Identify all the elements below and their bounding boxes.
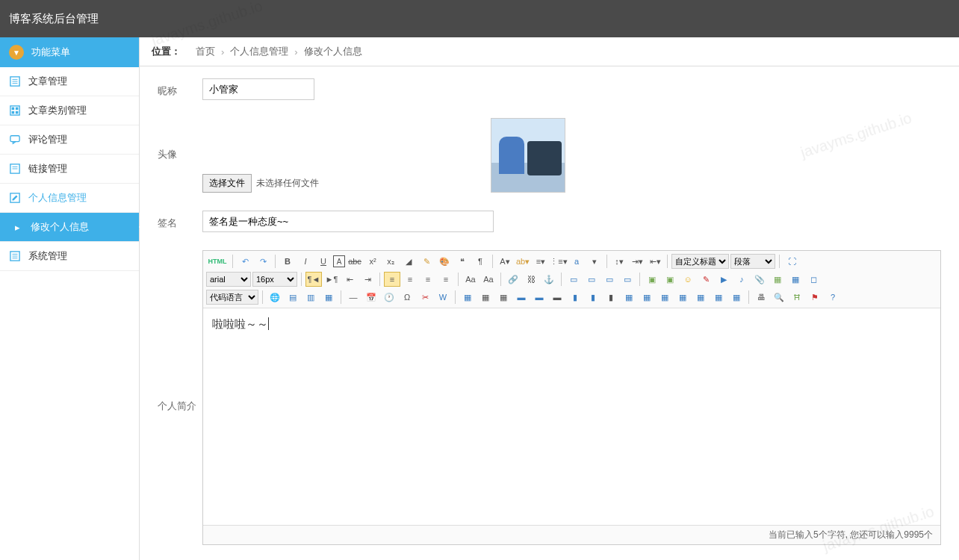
nickname-input[interactable] [202, 78, 314, 100]
image-center-icon[interactable]: ▭ [619, 272, 636, 287]
breadcrumb-home[interactable]: 首页 [196, 45, 215, 58]
quote-icon[interactable]: ❝ [454, 254, 471, 269]
image-left-icon[interactable]: ▭ [565, 272, 582, 287]
strikethrough-icon[interactable]: abc [347, 254, 363, 269]
editor-content[interactable]: 啦啦啦～～ [203, 308, 940, 525]
table-props-icon[interactable]: ▦ [495, 290, 512, 305]
image-none-icon[interactable]: ▭ [601, 272, 618, 287]
split-cols-icon[interactable]: ▦ [710, 290, 727, 305]
sidebar-item-comments[interactable]: 评论管理 [0, 125, 139, 155]
snapscreen-icon[interactable]: ✂ [417, 290, 433, 305]
redo-icon[interactable]: ↷ [255, 254, 271, 269]
help-icon[interactable]: ? [825, 290, 841, 305]
sidebar-item-profile[interactable]: 个人信息管理 [0, 184, 139, 213]
unlink-icon[interactable]: ⛓ [523, 272, 539, 287]
sidebar-item-categories[interactable]: 文章类别管理 [0, 96, 139, 125]
row-after-icon[interactable]: ▬ [531, 290, 547, 305]
code-lang-select[interactable]: 代码语言 [206, 290, 258, 305]
format-brush-icon[interactable]: ✎ [418, 254, 435, 269]
ordered-list-icon[interactable]: ≡▾ [533, 254, 549, 269]
chart-icon[interactable]: ▦ [728, 290, 745, 305]
word-icon[interactable]: W [435, 290, 451, 305]
outdent-button-icon[interactable]: ⇤ [341, 272, 358, 287]
hr-icon[interactable]: — [345, 290, 361, 305]
font-color-icon[interactable]: A▾ [497, 254, 513, 269]
eraser-icon[interactable]: ◢ [400, 254, 417, 269]
align-center-icon[interactable]: ≡ [402, 272, 418, 287]
heading-select[interactable]: 自定义标题 [671, 254, 729, 269]
table-icon[interactable]: ▦ [459, 290, 476, 305]
paragraph-select[interactable]: 段落 [730, 254, 775, 269]
sidebar-item-articles[interactable]: 文章管理 [0, 67, 139, 96]
map-icon[interactable]: ▦ [769, 272, 786, 287]
unordered-list-icon[interactable]: ⋮≡▾ [550, 254, 567, 269]
flag-icon[interactable]: ⚑ [807, 290, 823, 305]
uppercase-icon[interactable]: Aa [462, 272, 479, 287]
col-before-icon[interactable]: ▮ [567, 290, 583, 305]
palette-icon[interactable]: 🎨 [436, 254, 453, 269]
font-size-select[interactable]: 16px [252, 272, 297, 287]
music-icon[interactable]: ♪ [733, 272, 750, 287]
outdent-icon[interactable]: ⇤▾ [647, 254, 663, 269]
lowercase-icon[interactable]: Aa [480, 272, 497, 287]
subscript-icon[interactable]: x₂ [382, 254, 399, 269]
insert-multi-image-icon[interactable]: ▣ [662, 272, 678, 287]
rtl-icon[interactable]: ►¶ [323, 272, 340, 287]
sidebar-item-links[interactable]: 链接管理 [0, 155, 139, 184]
date-icon[interactable]: 📅 [363, 290, 379, 305]
emoji-icon[interactable]: ☺ [680, 272, 696, 287]
special-char-icon[interactable]: Ω [399, 290, 415, 305]
menu-header[interactable]: ▼ 功能菜单 [0, 37, 139, 67]
table-delete-icon[interactable]: ▦ [477, 290, 494, 305]
sidebar-subitem-edit-profile[interactable]: 修改个人信息 [0, 213, 139, 242]
superscript-icon[interactable]: x² [364, 254, 381, 269]
bg-color-icon[interactable]: ab▾ [515, 254, 531, 269]
scrawl-icon[interactable]: ✎ [698, 272, 714, 287]
align-right-icon[interactable]: ≡ [420, 272, 436, 287]
insert-image-icon[interactable]: ▣ [644, 272, 660, 287]
font-border-icon[interactable]: A [333, 255, 345, 267]
gmap-icon[interactable]: ▦ [787, 272, 804, 287]
indent-button-icon[interactable]: ⇥ [359, 272, 376, 287]
search-replace-icon[interactable]: Ħ [789, 290, 805, 305]
underline-icon[interactable]: U [315, 254, 332, 269]
row-delete-icon[interactable]: ▬ [549, 290, 565, 305]
select-all-icon[interactable]: a [568, 254, 585, 269]
merge-cells-icon[interactable]: ▦ [621, 290, 637, 305]
template-icon[interactable]: ▤ [285, 290, 301, 305]
background-icon[interactable]: ▥ [302, 290, 319, 305]
snapshot-icon[interactable]: ▦ [320, 290, 337, 305]
font-family-select[interactable]: arial [206, 272, 251, 287]
col-delete-icon[interactable]: ▮ [603, 290, 619, 305]
split-rows-icon[interactable]: ▦ [692, 290, 709, 305]
print-icon[interactable]: 🖶 [753, 290, 769, 305]
pilcrow-icon[interactable]: ¶ [472, 254, 488, 269]
anchor-icon[interactable]: ⚓ [541, 272, 557, 287]
merge-right-icon[interactable]: ▦ [639, 290, 655, 305]
split-cells-icon[interactable]: ▦ [674, 290, 691, 305]
line-height-icon[interactable]: ↕▾ [611, 254, 627, 269]
image-right-icon[interactable]: ▭ [583, 272, 600, 287]
fullscreen-icon[interactable]: ⛶ [783, 254, 800, 269]
attachment-icon[interactable]: 📎 [751, 272, 768, 287]
signature-input[interactable] [202, 211, 494, 232]
frame-icon[interactable]: ◻ [805, 272, 822, 287]
italic-icon[interactable]: I [297, 254, 314, 269]
merge-down-icon[interactable]: ▦ [657, 290, 673, 305]
row-before-icon[interactable]: ▬ [513, 290, 530, 305]
align-left-icon[interactable]: ≡ [384, 272, 400, 287]
choose-file-button[interactable]: 选择文件 [202, 174, 252, 193]
time-icon[interactable]: 🕐 [381, 290, 397, 305]
globe-icon[interactable]: 🌐 [267, 290, 283, 305]
sidebar-item-system[interactable]: 系统管理 [0, 242, 139, 271]
col-after-icon[interactable]: ▮ [585, 290, 601, 305]
align-justify-icon[interactable]: ≡ [438, 272, 454, 287]
bold-icon[interactable]: B [279, 254, 296, 269]
video-icon[interactable]: ▶ [716, 272, 732, 287]
breadcrumb-profile[interactable]: 个人信息管理 [230, 45, 288, 58]
ltr-icon[interactable]: ¶◄ [305, 272, 322, 287]
html-source-button[interactable]: HTML [206, 254, 229, 269]
link-icon[interactable]: 🔗 [505, 272, 521, 287]
preview-icon[interactable]: 🔍 [771, 290, 787, 305]
undo-icon[interactable]: ↶ [237, 254, 253, 269]
